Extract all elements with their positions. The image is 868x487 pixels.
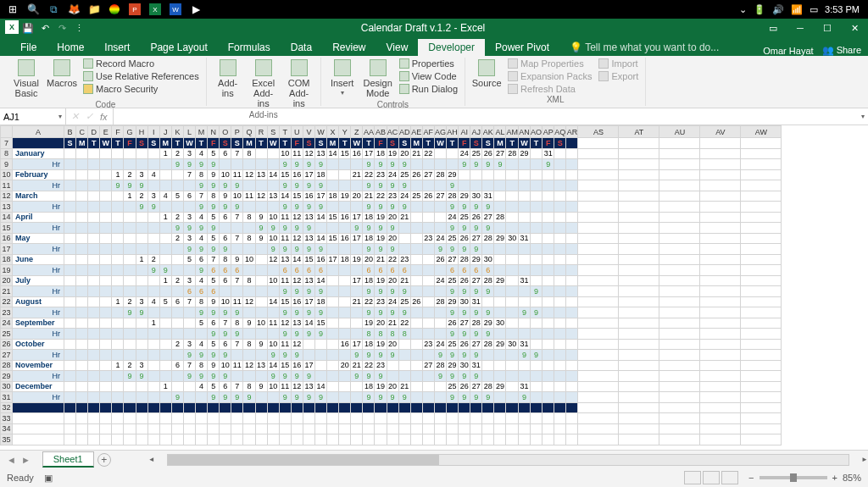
col-header[interactable]: AS bbox=[578, 126, 619, 138]
view-code-button[interactable]: View Code bbox=[398, 70, 459, 82]
col-header[interactable]: J bbox=[159, 126, 171, 138]
tab-review[interactable]: Review bbox=[322, 39, 376, 56]
macro-rec-icon[interactable]: ▣ bbox=[44, 473, 53, 484]
col-header[interactable]: AI bbox=[459, 126, 470, 138]
tab-next-icon[interactable]: ► bbox=[21, 455, 31, 465]
zoom-in-button[interactable]: + bbox=[832, 473, 837, 483]
share-button[interactable]: 👥 Share bbox=[822, 45, 861, 56]
col-header[interactable]: L bbox=[183, 126, 195, 138]
tab-prev-icon[interactable]: ◄ bbox=[7, 455, 16, 465]
start-icon[interactable]: ⊞ bbox=[3, 0, 22, 19]
col-header[interactable]: AN bbox=[518, 126, 530, 138]
action-center-icon[interactable]: ▭ bbox=[810, 4, 818, 15]
col-header[interactable]: Z bbox=[351, 126, 363, 138]
col-header[interactable]: AM bbox=[506, 126, 519, 138]
col-header[interactable]: F bbox=[112, 126, 124, 138]
col-header[interactable]: P bbox=[231, 126, 243, 138]
col-header[interactable]: T bbox=[279, 126, 291, 138]
com-addins-button[interactable]: COM Add-ins bbox=[283, 58, 315, 110]
addins-button[interactable]: Add-ins bbox=[212, 58, 244, 100]
undo-icon[interactable]: ↶ bbox=[37, 20, 53, 36]
col-header[interactable]: E bbox=[100, 126, 112, 138]
customize-qa-icon[interactable]: ⋮ bbox=[71, 20, 86, 36]
col-header[interactable]: Q bbox=[243, 126, 255, 138]
col-header[interactable]: AG bbox=[434, 126, 446, 138]
col-header[interactable]: N bbox=[208, 126, 220, 138]
properties-button[interactable]: Properties bbox=[398, 58, 459, 69]
fx-icon[interactable]: fx bbox=[100, 112, 108, 122]
col-header[interactable]: AJ bbox=[470, 126, 482, 138]
col-header[interactable]: M bbox=[196, 126, 208, 138]
task-view-icon[interactable]: ⧉ bbox=[44, 0, 63, 19]
tray-chevron-icon[interactable]: ⌄ bbox=[739, 4, 747, 15]
normal-view-button[interactable] bbox=[684, 471, 701, 484]
excel-addins-button[interactable]: Excel Add-ins bbox=[248, 58, 280, 110]
col-header[interactable]: A bbox=[13, 126, 64, 138]
tab-developer[interactable]: Developer bbox=[418, 39, 485, 56]
minimize-button[interactable]: ─ bbox=[787, 19, 814, 37]
col-header[interactable]: K bbox=[171, 126, 183, 138]
col-header[interactable]: Y bbox=[339, 126, 351, 138]
macros-button[interactable]: Macros bbox=[46, 58, 78, 90]
relative-refs-button[interactable]: Use Relative References bbox=[81, 70, 201, 82]
col-header[interactable]: AQ bbox=[554, 126, 566, 138]
zoom-out-button[interactable]: − bbox=[748, 473, 754, 483]
ribbon-options-icon[interactable]: ▭ bbox=[760, 19, 787, 37]
col-header[interactable]: AD bbox=[398, 126, 410, 138]
sheet-tab-sheet1[interactable]: Sheet1 bbox=[42, 451, 94, 468]
save-icon[interactable]: 💾 bbox=[20, 20, 36, 36]
col-header[interactable]: AT bbox=[619, 126, 659, 138]
design-mode-button[interactable]: Design Mode bbox=[362, 58, 394, 100]
page-break-view-button[interactable] bbox=[721, 471, 738, 484]
visual-basic-button[interactable]: Visual Basic bbox=[10, 58, 42, 100]
col-header[interactable]: AK bbox=[482, 126, 494, 138]
page-layout-view-button[interactable] bbox=[703, 471, 720, 484]
volume-icon[interactable]: 🔊 bbox=[772, 4, 784, 15]
explorer-icon[interactable]: 📁 bbox=[85, 0, 103, 19]
col-header[interactable]: AV bbox=[700, 126, 741, 138]
col-header[interactable]: AA bbox=[363, 126, 375, 138]
firefox-icon[interactable]: 🦊 bbox=[64, 0, 83, 19]
user-name[interactable]: Omar Hayat bbox=[763, 46, 813, 56]
macro-security-button[interactable]: Macro Security bbox=[81, 83, 201, 95]
scroll-right-icon[interactable]: ► bbox=[861, 456, 868, 463]
tab-view[interactable]: View bbox=[376, 39, 419, 56]
col-header[interactable]: AF bbox=[422, 126, 434, 138]
col-header[interactable]: B bbox=[64, 126, 76, 138]
formula-input[interactable] bbox=[113, 108, 858, 125]
powerpoint-icon[interactable]: P bbox=[129, 3, 141, 15]
excel-icon[interactable]: X bbox=[149, 3, 161, 15]
network-icon[interactable]: 📶 bbox=[791, 4, 803, 15]
col-header[interactable]: V bbox=[303, 126, 314, 138]
maximize-button[interactable]: ☐ bbox=[814, 19, 841, 37]
xml-source-button[interactable]: Source bbox=[470, 58, 503, 90]
col-header[interactable]: AC bbox=[387, 126, 398, 138]
tab-data[interactable]: Data bbox=[281, 39, 322, 56]
tab-formulas[interactable]: Formulas bbox=[218, 39, 281, 56]
col-header[interactable]: AP bbox=[542, 126, 554, 138]
close-button[interactable]: ✕ bbox=[841, 19, 868, 37]
col-header[interactable]: AO bbox=[531, 126, 542, 138]
spreadsheet-grid[interactable]: ABCDEFGHIJKLMNOPQRSTUVWXYZAAABACADAEAFAG… bbox=[0, 125, 868, 450]
col-header[interactable]: S bbox=[267, 126, 279, 138]
col-header[interactable]: O bbox=[220, 126, 231, 138]
scroll-left-icon[interactable]: ◄ bbox=[148, 456, 155, 463]
tab-insert[interactable]: Insert bbox=[94, 39, 140, 56]
name-box[interactable]: AJ1▾ bbox=[0, 108, 66, 125]
col-header[interactable]: W bbox=[314, 126, 326, 138]
vlc-icon[interactable]: ▶ bbox=[186, 0, 205, 19]
excel-icon[interactable]: X bbox=[5, 20, 19, 34]
col-header[interactable]: AU bbox=[659, 126, 700, 138]
col-header[interactable]: AL bbox=[494, 126, 506, 138]
col-header[interactable]: H bbox=[136, 126, 147, 138]
col-header[interactable]: AE bbox=[410, 126, 422, 138]
tab-home[interactable]: Home bbox=[47, 39, 94, 56]
horizontal-scrollbar[interactable] bbox=[167, 454, 850, 466]
tab-file[interactable]: File bbox=[10, 39, 47, 56]
col-header[interactable]: AR bbox=[566, 126, 578, 138]
col-header[interactable]: AH bbox=[447, 126, 459, 138]
zoom-level[interactable]: 85% bbox=[843, 473, 861, 483]
col-header[interactable]: D bbox=[88, 126, 100, 138]
col-header[interactable]: U bbox=[291, 126, 303, 138]
col-header[interactable]: R bbox=[255, 126, 267, 138]
